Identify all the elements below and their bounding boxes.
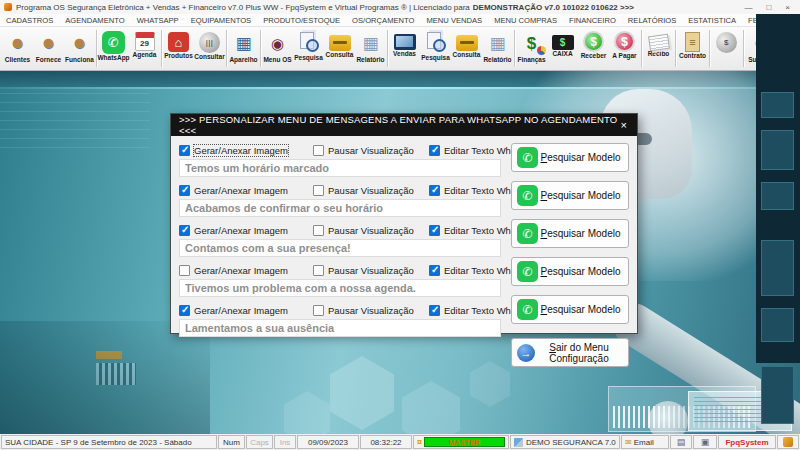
checkbox[interactable]: [429, 145, 440, 156]
gerar-anexar-checkbox-row2[interactable]: Gerar/Anexar Imagem: [179, 185, 313, 196]
toolbar-separator: [675, 30, 676, 67]
pesquisar-modelo-button-3[interactable]: ✆Pesquisar Modelo: [511, 219, 629, 248]
close-icon[interactable]: ×: [785, 3, 790, 12]
application-window: Programa OS Segurança Eletrônica + Venda…: [0, 0, 800, 450]
camera-wrench-icon: ◉: [266, 30, 290, 56]
minimize-icon[interactable]: —: [744, 3, 752, 12]
monitor-icon: [394, 34, 416, 50]
toolbar-button-whatsapp[interactable]: ✆WhatsApp: [98, 28, 129, 69]
toolbar-button-moeda[interactable]: $: [711, 28, 742, 69]
gerar-anexar-checkbox-row1[interactable]: Gerar/Anexar Imagem: [179, 145, 313, 156]
gerar-anexar-checkbox-row4[interactable]: Gerar/Anexar Imagem: [179, 265, 313, 276]
menu-whatsapp[interactable]: WHATSAPP: [131, 16, 185, 25]
toolbar-button-menu-os[interactable]: ◉Menu OS: [262, 28, 293, 69]
whatsapp-icon: ✆: [517, 261, 538, 282]
status-date: 09/09/2023: [297, 435, 359, 449]
checkbox[interactable]: [429, 305, 440, 316]
message-input-2[interactable]: [179, 199, 501, 217]
contract-icon: ≡: [685, 32, 700, 52]
pesquisar-modelo-button-2[interactable]: ✆Pesquisar Modelo: [511, 181, 629, 210]
toolbar-separator: [226, 30, 227, 67]
checkbox[interactable]: [313, 225, 324, 236]
dialog-titlebar[interactable]: >>> PERSONALIZAR MENU DE MENSAGENS A ENV…: [171, 114, 637, 136]
staff-icon: ☻: [68, 30, 92, 56]
message-input-5[interactable]: [179, 319, 501, 337]
sair-menu-configuracao-button[interactable]: →Sair do Menu Configuração: [511, 338, 629, 367]
status-key-button[interactable]: [777, 435, 799, 449]
toolbar-button-pesquisa-vendas[interactable]: Pesquisa: [420, 28, 451, 69]
background-circuit-lines: [0, 93, 150, 153]
toolbar-button-recibo[interactable]: Recibo: [643, 28, 674, 69]
menu-os-orcamento[interactable]: OS/ORÇAMENTO: [346, 16, 420, 25]
toolbar-button-aparelho[interactable]: ▦Aparelho: [228, 28, 259, 69]
checkbox[interactable]: [313, 185, 324, 196]
checkbox[interactable]: [429, 265, 440, 276]
menu-cadastros[interactable]: CADASTROS: [0, 16, 59, 25]
menu-vendas[interactable]: MENU VENDAS: [420, 16, 488, 25]
checkbox[interactable]: [179, 265, 190, 276]
pausar-visualizacao-checkbox-row1[interactable]: Pausar Visualização: [313, 145, 429, 156]
message-input-3[interactable]: [179, 239, 501, 257]
pausar-visualizacao-checkbox-row2[interactable]: Pausar Visualização: [313, 185, 429, 196]
gerar-anexar-checkbox-row3[interactable]: Gerar/Anexar Imagem: [179, 225, 313, 236]
toolbar-button-agenda[interactable]: 29Agenda: [129, 28, 160, 69]
pesquisar-modelo-button-1[interactable]: ✆Pesquisar Modelo: [511, 143, 629, 172]
toolbar-button-produtos[interactable]: ⌂Produtos: [163, 28, 194, 69]
pausar-visualizacao-checkbox-row4[interactable]: Pausar Visualização: [313, 265, 429, 276]
message-input-1[interactable]: [179, 159, 501, 177]
network-icon: ▣: [701, 437, 710, 447]
menu-estatistica[interactable]: ESTATISTICA: [682, 16, 742, 25]
status-printer-button[interactable]: ▤: [670, 435, 692, 449]
pesquisar-modelo-button-5[interactable]: ✆Pesquisar Modelo: [511, 295, 629, 324]
pausar-visualizacao-checkbox-row3[interactable]: Pausar Visualização: [313, 225, 429, 236]
toolbar-button-consultar-produto[interactable]: |||Consultar: [194, 28, 225, 69]
dialog-close-icon[interactable]: ×: [618, 119, 629, 131]
toolbar-button-a-pagar[interactable]: $A Pagar: [609, 28, 640, 69]
checkbox[interactable]: [179, 145, 190, 156]
checkbox[interactable]: [429, 185, 440, 196]
menu-compras[interactable]: MENU COMPRAS: [488, 16, 563, 25]
toolbar-button-funcionarios[interactable]: ☻Funciona: [64, 28, 95, 69]
status-network-button[interactable]: ▣: [693, 435, 717, 449]
menu-relatorios[interactable]: RELATÓRIOS: [622, 16, 682, 25]
toolbar-button-receber[interactable]: $Receber: [578, 28, 609, 69]
checkbox[interactable]: [429, 225, 440, 236]
toolbar-button-consulta-os[interactable]: Consulta: [324, 28, 355, 69]
toolbar-button-clientes[interactable]: ☻Clientes: [2, 28, 33, 69]
dialog-title: >>> PERSONALIZAR MENU DE MENSAGENS A ENV…: [179, 114, 618, 136]
gerar-anexar-checkbox-row5[interactable]: Gerar/Anexar Imagem: [179, 305, 313, 316]
menu-agendamento[interactable]: AGENDAMENTO: [59, 16, 130, 25]
checkbox[interactable]: [313, 305, 324, 316]
menu-equipamentos[interactable]: EQUIPAMENTOS: [185, 16, 257, 25]
toolbar-button-vendas[interactable]: Vendas: [389, 28, 420, 69]
checkbox[interactable]: [179, 225, 190, 236]
toolbar-button-relatorio-os[interactable]: ▦Relatório: [355, 28, 386, 69]
maximize-icon[interactable]: □: [766, 3, 771, 12]
toolbar-separator: [260, 30, 261, 67]
pesquisar-modelo-button-4[interactable]: ✆Pesquisar Modelo: [511, 257, 629, 286]
toolbar-button-relatorio-vendas[interactable]: ▦Relatório: [482, 28, 513, 69]
menu-produto-estoque[interactable]: PRODUTO/ESTOQUE: [257, 16, 346, 25]
checkbox[interactable]: [313, 265, 324, 276]
email-icon: ✉: [625, 438, 632, 447]
toolbar-button-pesquisa-os[interactable]: Pesquisa: [293, 28, 324, 69]
checkbox[interactable]: [179, 305, 190, 316]
menu-financeiro[interactable]: FINANCEIRO: [563, 16, 622, 25]
message-row-5: Gerar/Anexar Imagem Pausar Visualização …: [179, 303, 501, 337]
receive-dollar-icon: $: [583, 31, 604, 52]
pausar-visualizacao-checkbox-row5[interactable]: Pausar Visualização: [313, 305, 429, 316]
toolbar-button-contrato[interactable]: ≡Contrato: [677, 28, 708, 69]
whatsapp-messages-dialog: >>> PERSONALIZAR MENU DE MENSAGENS A ENV…: [170, 113, 638, 334]
message-row-2: Gerar/Anexar Imagem Pausar Visualização …: [179, 183, 501, 217]
window-title: Programa OS Segurança Eletrônica + Venda…: [16, 3, 470, 12]
checkbox[interactable]: [179, 185, 190, 196]
toolbar-button-financas[interactable]: $Finanças: [516, 28, 547, 69]
status-brand: FpqSystem: [718, 435, 776, 449]
message-input-4[interactable]: [179, 279, 501, 297]
toolbar-separator: [743, 30, 744, 67]
status-email-button[interactable]: ✉ Email: [621, 435, 669, 449]
toolbar-button-fornecedores[interactable]: ☻Fornece: [33, 28, 64, 69]
toolbar-button-caixa[interactable]: $CAIXA: [547, 28, 578, 69]
toolbar-button-consulta-vendas[interactable]: Consulta: [451, 28, 482, 69]
checkbox[interactable]: [313, 145, 324, 156]
